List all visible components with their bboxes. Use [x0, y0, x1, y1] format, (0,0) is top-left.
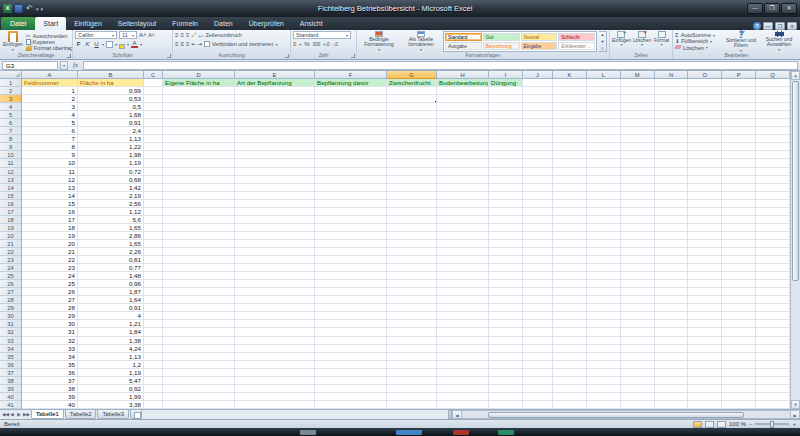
taskbar-app-icon[interactable]: [300, 430, 316, 435]
cell-K12[interactable]: [553, 168, 587, 176]
cell-A14[interactable]: 13: [22, 184, 78, 192]
cell-F32[interactable]: [315, 328, 387, 336]
cell-P32[interactable]: [722, 328, 756, 336]
row-header-12[interactable]: 12: [0, 168, 22, 176]
cell-I12[interactable]: [489, 168, 523, 176]
cell-K35[interactable]: [553, 353, 587, 361]
cell-C25[interactable]: [144, 272, 163, 280]
row-header-20[interactable]: 20: [0, 232, 22, 240]
cell-M16[interactable]: [621, 200, 655, 208]
cell-I1[interactable]: Düngung: [489, 79, 523, 87]
cell-L26[interactable]: [587, 280, 621, 288]
taskbar-app-icon[interactable]: [498, 430, 514, 435]
prev-sheet-icon[interactable]: ◀: [9, 412, 15, 417]
cell-C10[interactable]: [144, 151, 163, 159]
style-chip-schlecht[interactable]: Schlecht: [558, 33, 595, 41]
help-icon[interactable]: ?: [753, 22, 761, 30]
cell-L12[interactable]: [587, 168, 621, 176]
cell-I20[interactable]: [489, 232, 523, 240]
minimize-button[interactable]: —: [747, 3, 763, 14]
cell-Q33[interactable]: [756, 337, 790, 345]
cell-D20[interactable]: [163, 232, 235, 240]
cell-F34[interactable]: [315, 345, 387, 353]
cell-Q36[interactable]: [756, 361, 790, 369]
cell-M38[interactable]: [621, 377, 655, 385]
cell-I5[interactable]: [489, 111, 523, 119]
cell-J27[interactable]: [523, 288, 553, 296]
cell-K32[interactable]: [553, 328, 587, 336]
cell-D30[interactable]: [163, 312, 235, 320]
cell-B30[interactable]: 4: [78, 312, 144, 320]
cell-B19[interactable]: 1,65: [78, 224, 144, 232]
cell-C8[interactable]: [144, 135, 163, 143]
row-header-19[interactable]: 19: [0, 224, 22, 232]
row-header-23[interactable]: 23: [0, 256, 22, 264]
cell-P18[interactable]: [722, 216, 756, 224]
cell-L20[interactable]: [587, 232, 621, 240]
cell-E35[interactable]: [235, 353, 315, 361]
cell-Q23[interactable]: [756, 256, 790, 264]
cell-D3[interactable]: [163, 95, 235, 103]
cell-P3[interactable]: [722, 95, 756, 103]
cell-M26[interactable]: [621, 280, 655, 288]
cell-O30[interactable]: [688, 312, 722, 320]
cell-L10[interactable]: [587, 151, 621, 159]
cell-M28[interactable]: [621, 296, 655, 304]
align-bottom-icon[interactable]: ≡: [186, 32, 190, 38]
cell-Q13[interactable]: [756, 176, 790, 184]
cell-E30[interactable]: [235, 312, 315, 320]
cell-J26[interactable]: [523, 280, 553, 288]
cell-I14[interactable]: [489, 184, 523, 192]
cell-A33[interactable]: 32: [22, 337, 78, 345]
cell-M13[interactable]: [621, 176, 655, 184]
increase-decimal-icon[interactable]: +,0: [323, 42, 329, 47]
cell-M7[interactable]: [621, 127, 655, 135]
cell-G37[interactable]: [387, 369, 437, 377]
cell-G40[interactable]: [387, 393, 437, 401]
cell-M2[interactable]: [621, 87, 655, 95]
cell-O4[interactable]: [688, 103, 722, 111]
cell-J12[interactable]: [523, 168, 553, 176]
cell-J39[interactable]: [523, 385, 553, 393]
cell-D12[interactable]: [163, 168, 235, 176]
cell-N8[interactable]: [655, 135, 689, 143]
cell-J30[interactable]: [523, 312, 553, 320]
cell-B25[interactable]: 1,48: [78, 272, 144, 280]
close-button[interactable]: ✕: [781, 3, 797, 14]
cell-F36[interactable]: [315, 361, 387, 369]
cell-I38[interactable]: [489, 377, 523, 385]
cut-button[interactable]: ✂Ausschneiden: [26, 32, 72, 39]
cell-P30[interactable]: [722, 312, 756, 320]
cell-F37[interactable]: [315, 369, 387, 377]
cell-P17[interactable]: [722, 208, 756, 216]
cell-J37[interactable]: [523, 369, 553, 377]
cell-N39[interactable]: [655, 385, 689, 393]
cell-G30[interactable]: [387, 312, 437, 320]
workbook-restore-button[interactable]: ❐: [775, 22, 785, 30]
cell-B24[interactable]: 0,77: [78, 264, 144, 272]
cell-A26[interactable]: 25: [22, 280, 78, 288]
cell-N2[interactable]: [655, 87, 689, 95]
cell-D33[interactable]: [163, 337, 235, 345]
tab-daten[interactable]: Daten: [206, 17, 241, 30]
cell-Q8[interactable]: [756, 135, 790, 143]
cell-H4[interactable]: [437, 103, 489, 111]
cell-H22[interactable]: [437, 248, 489, 256]
cell-G5[interactable]: [387, 111, 437, 119]
cell-G31[interactable]: [387, 320, 437, 328]
cell-O25[interactable]: [688, 272, 722, 280]
cell-N41[interactable]: [655, 401, 689, 409]
cell-O20[interactable]: [688, 232, 722, 240]
cell-J35[interactable]: [523, 353, 553, 361]
cell-O1[interactable]: [688, 79, 722, 87]
cell-I25[interactable]: [489, 272, 523, 280]
cell-I10[interactable]: [489, 151, 523, 159]
zoom-slider-thumb[interactable]: [770, 421, 774, 428]
cell-C16[interactable]: [144, 200, 163, 208]
cell-O6[interactable]: [688, 119, 722, 127]
style-chip-standard[interactable]: Standard: [445, 33, 482, 41]
cell-M21[interactable]: [621, 240, 655, 248]
cell-H9[interactable]: [437, 143, 489, 151]
cell-O9[interactable]: [688, 143, 722, 151]
cell-B41[interactable]: 3,38: [78, 401, 144, 409]
